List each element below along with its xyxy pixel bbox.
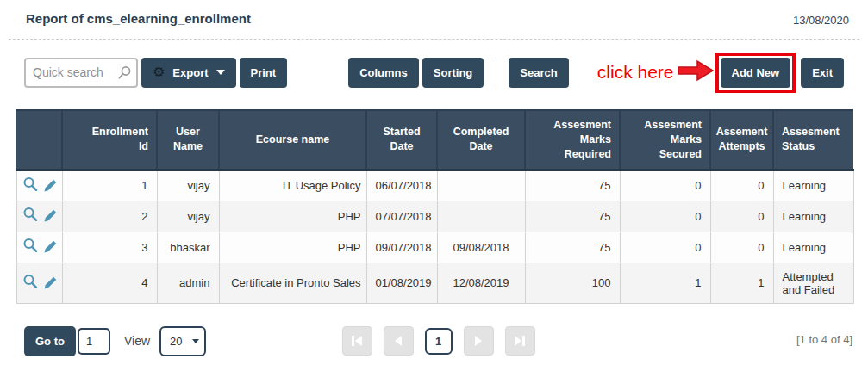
row-actions-cell xyxy=(16,201,62,232)
header-ecourse-name: Ecourse name xyxy=(219,110,366,170)
cell-completed-date: 12/08/2019 xyxy=(437,263,525,303)
cell-enrollment-id: 3 xyxy=(62,232,157,263)
row-actions-cell xyxy=(16,263,62,303)
cell-attempts: 0 xyxy=(710,201,773,232)
cell-status: Attempted and Failed xyxy=(773,263,853,303)
table-row: 2 vijay PHP 07/07/2018 75 0 0 Learning xyxy=(16,201,853,232)
last-page-icon xyxy=(512,333,528,349)
pager-bar: Go to View 20 1 xyxy=(24,324,852,358)
cell-attempts: 1 xyxy=(710,263,773,303)
cell-status: Learning xyxy=(773,170,853,201)
first-page-icon xyxy=(349,333,365,349)
cell-enrollment-id: 2 xyxy=(62,201,157,232)
cell-user-name: vijay xyxy=(157,170,219,201)
record-range-label: [1 to 4 of 4] xyxy=(796,333,852,346)
cell-started-date: 09/07/2018 xyxy=(366,232,437,263)
cell-user-name: admin xyxy=(157,263,219,303)
export-button[interactable]: ⚙ Export xyxy=(141,58,236,88)
toolbar: ⚙ Export Print Columns Sorting Search cl… xyxy=(24,57,844,88)
search-button[interactable]: Search xyxy=(509,58,568,88)
exit-button[interactable]: Exit xyxy=(801,58,844,88)
cell-marks-secured: 0 xyxy=(620,201,710,232)
cell-marks-required: 75 xyxy=(525,232,620,263)
row-actions-cell xyxy=(16,170,62,201)
sorting-button[interactable]: Sorting xyxy=(422,58,484,88)
table-row: 1 vijay IT Usage Policy 06/07/2018 75 0 … xyxy=(16,170,853,201)
gear-icon: ⚙ xyxy=(153,65,165,79)
header-marks-required: Assesment Marks Required xyxy=(525,110,620,170)
cell-completed-date: 09/08/2018 xyxy=(437,232,525,263)
cell-user-name: vijay xyxy=(157,201,219,232)
page-title: Report of cms_elearning_enrollment xyxy=(26,11,251,26)
prev-page-button[interactable] xyxy=(384,326,414,356)
table-body: 1 vijay IT Usage Policy 06/07/2018 75 0 … xyxy=(16,170,853,303)
go-to-button[interactable]: Go to xyxy=(24,326,76,356)
magnifier-icon xyxy=(117,65,132,84)
pencil-icon[interactable] xyxy=(43,207,59,226)
magnifier-icon[interactable] xyxy=(22,207,39,226)
header-attempts: Assement Attempts xyxy=(710,110,773,170)
cell-ecourse-name: IT Usage Policy xyxy=(219,170,366,201)
cell-marks-secured: 0 xyxy=(620,232,710,263)
magnifier-icon[interactable] xyxy=(22,176,39,195)
report-date: 13/08/2020 xyxy=(793,11,849,27)
header-enrollment-id: Enrollment Id xyxy=(62,110,157,170)
table-row: 3 bhaskar PHP 09/07/2018 09/08/2018 75 0… xyxy=(16,232,853,263)
click-here-annotation: click here xyxy=(597,62,674,83)
title-bar: Report of cms_elearning_enrollment 13/08… xyxy=(26,11,849,27)
magnifier-icon[interactable] xyxy=(22,274,39,293)
cell-attempts: 0 xyxy=(710,232,773,263)
cell-started-date: 07/07/2018 xyxy=(366,201,437,232)
page-size-select-wrap: 20 xyxy=(159,326,206,356)
current-page-indicator[interactable]: 1 xyxy=(425,328,453,355)
cell-completed-date xyxy=(437,201,525,232)
cell-ecourse-name: PHP xyxy=(219,232,366,263)
last-page-button[interactable] xyxy=(505,326,535,356)
cell-attempts: 0 xyxy=(710,170,773,201)
toolbar-right-group: click here Add New Exit xyxy=(597,53,844,93)
dashed-divider xyxy=(9,39,859,40)
cell-started-date: 06/07/2018 xyxy=(366,170,437,201)
cell-started-date: 01/08/2019 xyxy=(366,263,437,303)
export-button-label: Export xyxy=(172,66,208,79)
header-user-name: User Name xyxy=(157,110,219,170)
page-number-input[interactable] xyxy=(78,328,110,355)
cell-status: Learning xyxy=(773,232,853,263)
add-new-button[interactable]: Add New xyxy=(721,58,791,88)
next-page-icon xyxy=(471,333,486,349)
table-header: Enrollment Id User Name Ecourse name Sta… xyxy=(16,110,853,170)
cell-ecourse-name: Certificate in Pronto Sales xyxy=(219,263,366,303)
cell-marks-required: 75 xyxy=(525,170,620,201)
header-completed-date: Completed Date xyxy=(437,110,525,170)
table-row: 4 admin Certificate in Pronto Sales 01/0… xyxy=(16,263,853,303)
columns-button[interactable]: Columns xyxy=(348,58,419,88)
pagination: 1 xyxy=(342,326,535,356)
row-actions-cell xyxy=(16,232,62,263)
pencil-icon[interactable] xyxy=(43,238,59,257)
report-page: Report of cms_elearning_enrollment 13/08… xyxy=(0,0,868,365)
magnifier-icon[interactable] xyxy=(22,238,39,257)
page-size-select[interactable]: 20 xyxy=(159,326,206,356)
header-started-date: Started Date xyxy=(366,110,437,170)
cell-ecourse-name: PHP xyxy=(219,201,366,232)
next-page-button[interactable] xyxy=(464,326,494,356)
quick-search xyxy=(24,58,138,88)
print-button[interactable]: Print xyxy=(240,58,288,88)
cell-marks-required: 75 xyxy=(525,201,620,232)
cell-marks-secured: 1 xyxy=(620,263,710,303)
cell-enrollment-id: 4 xyxy=(62,263,157,303)
header-actions xyxy=(16,110,62,170)
view-label: View xyxy=(124,334,150,348)
cell-marks-required: 100 xyxy=(525,263,620,303)
first-page-button[interactable] xyxy=(342,326,372,356)
header-marks-secured: Assesment Marks Secured xyxy=(620,110,710,170)
cell-enrollment-id: 1 xyxy=(62,170,157,201)
enrollment-table: Enrollment Id User Name Ecourse name Sta… xyxy=(16,109,854,304)
toolbar-divider xyxy=(496,60,496,85)
cell-user-name: bhaskar xyxy=(157,232,219,263)
pencil-icon[interactable] xyxy=(43,275,59,293)
cell-status: Learning xyxy=(773,201,853,232)
pencil-icon[interactable] xyxy=(43,177,59,195)
cell-marks-secured: 0 xyxy=(620,170,710,201)
prev-page-icon xyxy=(390,333,406,349)
